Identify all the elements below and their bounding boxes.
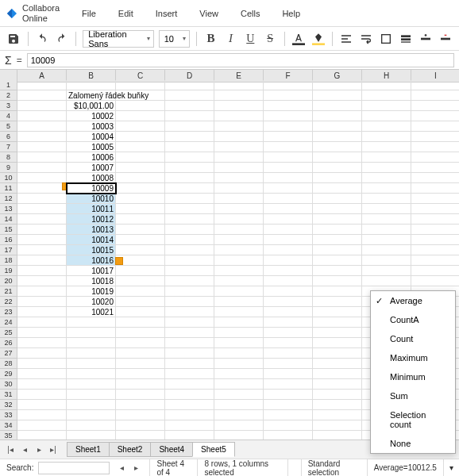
cell[interactable] — [313, 245, 362, 255]
cell[interactable]: 10015 — [67, 245, 116, 255]
cell[interactable] — [264, 369, 313, 379]
selection-handle-bottom[interactable] — [115, 257, 123, 265]
cell[interactable] — [116, 173, 165, 183]
first-sheet-icon[interactable]: |◂ — [3, 443, 17, 457]
cell[interactable] — [313, 359, 362, 369]
cell[interactable] — [116, 245, 165, 255]
cell[interactable] — [264, 276, 313, 286]
cell[interactable] — [165, 420, 214, 431]
cell[interactable] — [214, 142, 264, 152]
cell[interactable] — [214, 297, 264, 307]
cell[interactable]: 10019 — [67, 286, 116, 297]
cell[interactable] — [17, 338, 67, 348]
cell[interactable] — [116, 80, 165, 90]
cell[interactable] — [362, 142, 411, 152]
strike-icon[interactable]: S — [263, 30, 278, 48]
cell[interactable] — [67, 328, 116, 338]
cell[interactable] — [67, 379, 116, 390]
cell[interactable] — [313, 369, 362, 379]
cell[interactable] — [214, 379, 264, 390]
cell[interactable] — [116, 152, 165, 163]
cell[interactable] — [17, 142, 67, 152]
row-header[interactable]: 14 — [0, 214, 17, 225]
popup-item[interactable]: Minimum — [371, 367, 455, 386]
cell[interactable] — [116, 90, 165, 101]
row-header[interactable]: 13 — [0, 204, 17, 214]
cell[interactable] — [411, 255, 459, 266]
insert-row-icon[interactable] — [418, 30, 433, 48]
cell[interactable] — [17, 297, 67, 307]
cell[interactable] — [165, 379, 214, 390]
cell[interactable] — [264, 255, 313, 266]
cell[interactable]: 10005 — [67, 142, 116, 152]
row-header[interactable]: 19 — [0, 266, 17, 276]
row-header[interactable]: 7 — [0, 142, 17, 152]
cell[interactable] — [313, 307, 362, 317]
cell[interactable] — [67, 369, 116, 379]
cell[interactable] — [264, 379, 313, 390]
search-input[interactable] — [38, 462, 110, 474]
cell[interactable] — [116, 194, 165, 204]
cell[interactable] — [165, 400, 214, 410]
cell[interactable]: 10012 — [67, 214, 116, 225]
cell[interactable] — [17, 420, 67, 431]
cell[interactable] — [17, 101, 67, 111]
cell[interactable] — [313, 338, 362, 348]
cell[interactable] — [165, 431, 214, 440]
cell[interactable]: 10013 — [67, 225, 116, 235]
row-header[interactable]: 22 — [0, 297, 17, 307]
cell[interactable] — [116, 121, 165, 132]
cell[interactable] — [17, 379, 67, 390]
italic-icon[interactable]: I — [223, 30, 238, 48]
cell[interactable] — [362, 276, 411, 286]
cell[interactable] — [116, 307, 165, 317]
row-header[interactable]: 5 — [0, 121, 17, 132]
cell[interactable] — [116, 379, 165, 390]
row-header[interactable]: 24 — [0, 317, 17, 328]
cell[interactable] — [362, 121, 411, 132]
cell[interactable] — [214, 163, 264, 173]
row-header[interactable]: 12 — [0, 194, 17, 204]
cell[interactable] — [264, 183, 313, 194]
row-header[interactable]: 1 — [0, 80, 17, 90]
cell[interactable] — [165, 225, 214, 235]
cell[interactable] — [165, 80, 214, 90]
cell[interactable] — [17, 173, 67, 183]
cell[interactable] — [264, 400, 313, 410]
cell[interactable] — [214, 101, 264, 111]
cell[interactable]: 10009 — [67, 183, 116, 194]
cell[interactable] — [67, 348, 116, 359]
cell[interactable] — [17, 214, 67, 225]
cell[interactable] — [313, 204, 362, 214]
cell[interactable] — [17, 235, 67, 245]
cell[interactable] — [313, 142, 362, 152]
menu-view[interactable]: View — [199, 9, 218, 18]
cell[interactable] — [313, 225, 362, 235]
cell[interactable] — [165, 328, 214, 338]
cell[interactable] — [67, 80, 116, 90]
row-header[interactable]: 3 — [0, 101, 17, 111]
cell[interactable] — [362, 101, 411, 111]
cell[interactable] — [214, 286, 264, 297]
cell[interactable] — [214, 369, 264, 379]
popup-item[interactable]: CountA — [371, 310, 455, 329]
row-header[interactable]: 10 — [0, 173, 17, 183]
cell[interactable] — [67, 431, 116, 440]
cell[interactable] — [214, 348, 264, 359]
cell[interactable] — [214, 245, 264, 255]
cell[interactable] — [214, 194, 264, 204]
row-header[interactable]: 16 — [0, 235, 17, 245]
cell[interactable]: 10008 — [67, 173, 116, 183]
cell[interactable] — [313, 183, 362, 194]
prev-sheet-icon[interactable]: ◂ — [17, 443, 32, 457]
cell[interactable]: Zalomený řádek buňky — [67, 90, 116, 101]
row-header[interactable]: 32 — [0, 400, 17, 410]
cell[interactable]: 10007 — [67, 163, 116, 173]
cell[interactable] — [362, 214, 411, 225]
cell[interactable] — [67, 359, 116, 369]
cell[interactable] — [411, 152, 459, 163]
cell[interactable] — [313, 297, 362, 307]
cell[interactable] — [411, 245, 459, 255]
cell[interactable] — [313, 276, 362, 286]
sheet-tab[interactable]: Sheet1 — [67, 442, 110, 457]
